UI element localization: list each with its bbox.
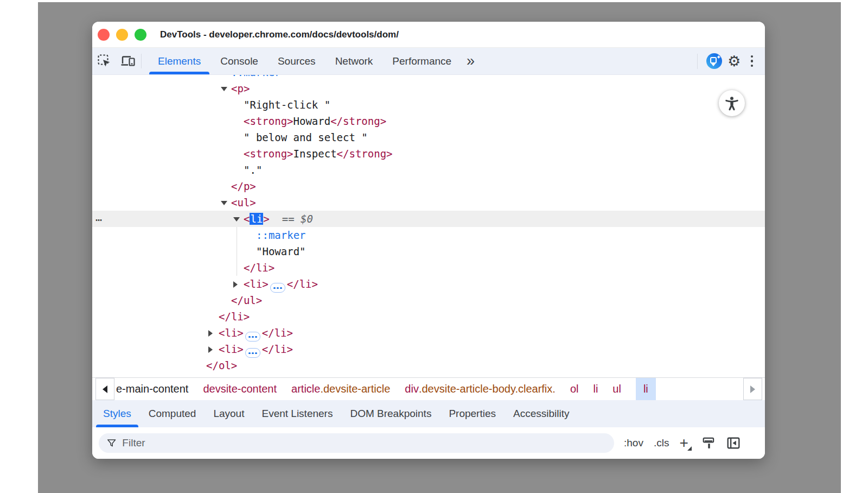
tab-elements[interactable]: Elements: [148, 48, 210, 74]
dom-tree-row[interactable]: …<li> == $0: [92, 211, 765, 227]
breadcrumb-bar: e-main-contentdevsite-contentarticle.dev…: [92, 377, 765, 400]
dom-tree-row[interactable]: </li>: [92, 260, 765, 276]
sidebar-tab-computed[interactable]: Computed: [140, 400, 205, 427]
dock-sidebar-icon[interactable]: [726, 436, 741, 450]
code-token: </li>: [262, 343, 293, 355]
dom-tree-row[interactable]: "Howard": [92, 243, 765, 260]
expand-arrow-right-icon[interactable]: [208, 325, 219, 341]
sidebar-tab-layout[interactable]: Layout: [205, 400, 253, 427]
breadcrumb-scroll-left-button[interactable]: [95, 378, 114, 400]
breadcrumb-scroll-right-button[interactable]: [743, 378, 762, 400]
filter-input[interactable]: [122, 437, 607, 449]
code-token: </ul>: [231, 294, 262, 306]
code-token: Inspect: [293, 148, 337, 160]
code-token: "Howard": [256, 245, 306, 257]
device-toolbar-icon[interactable]: [116, 48, 140, 74]
toolbar-divider: [141, 54, 142, 68]
toggle-element-state-button[interactable]: :hov: [624, 437, 643, 449]
left-arrow-icon: [103, 385, 107, 393]
dom-tree-row[interactable]: ::marker: [92, 227, 765, 243]
code-token: [270, 213, 282, 225]
breadcrumb-item[interactable]: e-main-content: [116, 378, 188, 400]
devtools-toolbar: ElementsConsoleSourcesNetworkPerformance…: [92, 48, 765, 75]
expand-arrow-right-icon[interactable]: [233, 276, 244, 292]
code-token: </strong>: [330, 115, 386, 127]
expand-arrow-down-icon[interactable]: [233, 211, 244, 227]
inspect-element-icon[interactable]: [92, 48, 116, 74]
code-token: li: [250, 213, 263, 225]
sidebar-tab-event-listeners[interactable]: Event Listeners: [253, 400, 341, 427]
code-token: </ol>: [206, 359, 237, 371]
more-tabs-icon[interactable]: »: [461, 48, 479, 74]
tab-performance[interactable]: Performance: [382, 48, 461, 74]
code-token: <: [244, 213, 250, 225]
collapsed-content-icon[interactable]: [245, 332, 260, 342]
breadcrumb-token: ol: [570, 383, 579, 395]
filter-input-container[interactable]: [99, 433, 614, 453]
rendering-emulation-icon[interactable]: [702, 436, 716, 450]
dom-tree-row[interactable]: <li></li>: [92, 325, 765, 341]
code-token: ::marker: [256, 229, 306, 241]
new-style-rule-button[interactable]: +: [679, 435, 691, 451]
settings-gear-icon[interactable]: ⚙: [727, 54, 741, 68]
dom-tree-row[interactable]: <li></li>: [92, 276, 765, 292]
code-token: </li>: [262, 327, 293, 339]
dom-tree-row[interactable]: <strong>Howard</strong>: [92, 113, 765, 129]
breadcrumb-item[interactable]: devsite-content: [203, 378, 277, 400]
breadcrumb: e-main-contentdevsite-contentarticle.dev…: [114, 378, 743, 400]
dom-tree-row[interactable]: "Right-click ": [92, 97, 765, 113]
sidebar-tab-styles[interactable]: Styles: [94, 400, 140, 427]
expand-arrow-down-icon[interactable]: [221, 80, 231, 97]
dom-tree-row[interactable]: ".": [92, 162, 765, 178]
dom-tree-row[interactable]: </li>: [92, 308, 765, 325]
zoom-window-button[interactable]: [135, 29, 146, 41]
close-window-button[interactable]: [98, 29, 110, 41]
code-token: Howard: [293, 115, 331, 127]
right-arrow-icon: [750, 385, 755, 393]
breadcrumb-item[interactable]: li: [636, 378, 656, 400]
tab-network[interactable]: Network: [326, 48, 383, 74]
code-token: "Right-click ": [244, 99, 330, 111]
tab-console[interactable]: Console: [210, 48, 268, 74]
traffic-lights: [98, 29, 146, 41]
breadcrumb-token: li: [643, 383, 648, 395]
dom-tree-row[interactable]: " below and select ": [92, 129, 765, 146]
tab-sources[interactable]: Sources: [268, 48, 326, 74]
sidebar-tab-properties[interactable]: Properties: [440, 400, 505, 427]
code-token: </li>: [287, 278, 318, 290]
collapsed-content-icon[interactable]: [270, 283, 285, 293]
element-classes-button[interactable]: .cls: [654, 437, 669, 449]
breadcrumb-token: div: [405, 383, 419, 395]
collapsed-content-icon[interactable]: [245, 348, 260, 358]
code-token: [295, 213, 301, 225]
dom-tree-row[interactable]: ::marker: [92, 75, 765, 80]
dom-tree-row[interactable]: <ul>: [92, 194, 765, 211]
breadcrumb-item[interactable]: li: [593, 378, 598, 400]
code-token: <li>: [244, 278, 269, 290]
devtools-window: DevTools - developer.chrome.com/docs/dev…: [92, 22, 765, 459]
code-token: <li>: [219, 327, 244, 339]
ai-assistance-icon[interactable]: ✦: [706, 53, 722, 69]
expand-arrow-right-icon[interactable]: [208, 341, 219, 357]
expand-arrow-down-icon[interactable]: [221, 194, 231, 211]
dom-tree-row[interactable]: <p>: [92, 80, 765, 97]
minimize-window-button[interactable]: [116, 29, 128, 41]
breadcrumb-item[interactable]: ul: [612, 378, 621, 400]
page-accessibility-widget-button[interactable]: [719, 90, 745, 116]
breadcrumb-item[interactable]: article.devsite-article: [291, 378, 390, 400]
code-token: </li>: [244, 262, 275, 274]
dom-tree-row[interactable]: <li></li>: [92, 341, 765, 357]
more-options-kebab-icon[interactable]: [746, 53, 758, 69]
style-toolbar-controls: :hov .cls +: [624, 435, 741, 451]
sidebar-tab-accessibility[interactable]: Accessibility: [505, 400, 578, 427]
breadcrumb-item[interactable]: ol: [570, 378, 579, 400]
dom-tree-row[interactable]: <strong>Inspect</strong>: [92, 146, 765, 162]
code-token: ::marker: [231, 75, 281, 78]
breadcrumb-item[interactable]: div.devsite-article-body.clearfix.: [405, 378, 556, 400]
sidebar-tab-dom-breakpoints[interactable]: DOM Breakpoints: [341, 400, 440, 427]
code-token: </p>: [231, 180, 256, 192]
dom-tree-row[interactable]: </p>: [92, 178, 765, 194]
code-token: >: [263, 213, 269, 225]
dom-tree-row[interactable]: </ol>: [92, 357, 765, 374]
dom-tree-row[interactable]: </ul>: [92, 292, 765, 308]
